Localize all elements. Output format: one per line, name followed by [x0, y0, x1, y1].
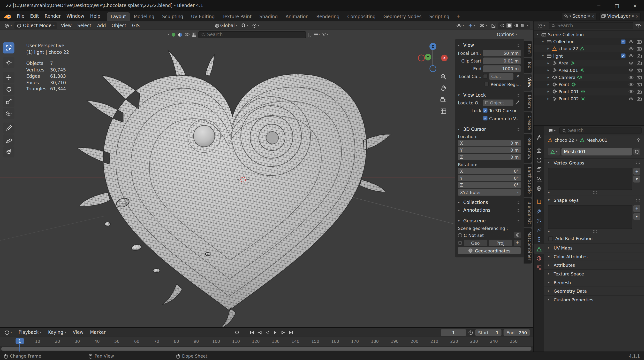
overlays-toggle-button[interactable]: ▾ — [478, 23, 489, 28]
outliner-row-scene-collection[interactable]: ▾Scene Collection — [534, 31, 644, 38]
properties-tab-object-data[interactable] — [534, 244, 544, 254]
lock-to-object-field[interactable]: Object — [483, 99, 514, 106]
shading-wireframe-button[interactable] — [500, 24, 504, 28]
clip-end-field[interactable]: 1000 m — [483, 65, 521, 72]
properties-search-input[interactable] — [568, 128, 638, 133]
hide-eye-icon[interactable] — [628, 47, 634, 50]
cursor-location-y-field[interactable]: Y0 m — [458, 147, 521, 153]
previous-keyframe-button[interactable] — [256, 329, 263, 335]
workspace-tab-modeling[interactable]: Modeling — [130, 12, 158, 21]
viewport-menu-add[interactable]: Add — [94, 22, 109, 29]
tool-cursor-button[interactable] — [3, 57, 14, 68]
filter-expand-icon[interactable]: ▸ — [548, 191, 550, 194]
chevron-down-icon[interactable]: ▾ — [168, 33, 169, 36]
panel-attributes-header[interactable]: ▸Attributes — [544, 261, 644, 269]
properties-tab-modifiers[interactable] — [534, 206, 544, 216]
workspace-tab-animation[interactable]: Animation — [282, 12, 312, 21]
xray-toggle-button[interactable] — [490, 23, 497, 28]
outliner-row-point[interactable]: ▸Point — [534, 81, 644, 88]
breadcrumb-data[interactable]: Mesh.001 — [586, 138, 608, 142]
render-visibility-camera-icon[interactable] — [636, 75, 642, 80]
viewlayer-selector[interactable]: ViewLayer ⧉ × — [599, 13, 640, 20]
render-visibility-camera-icon[interactable] — [636, 68, 642, 72]
workspace-tab-layout[interactable]: Layout — [107, 12, 130, 21]
disclosure-icon[interactable]: ▸ — [546, 83, 550, 86]
pin-icon[interactable] — [636, 138, 640, 142]
shading-material-button[interactable] — [514, 24, 518, 28]
timeline-ruler[interactable]: 1 10203040506070809010011012013014015016… — [0, 337, 533, 346]
jump-to-end-button[interactable] — [288, 329, 294, 335]
vertex-group-specials-button[interactable]: ▾ — [633, 176, 640, 183]
properties-search-field[interactable] — [559, 127, 641, 134]
filter-dropdown-button[interactable]: ▾ — [322, 33, 328, 37]
sidebar-tab-tool[interactable]: Tool — [524, 58, 532, 73]
camera-view-icon[interactable] — [440, 96, 447, 103]
hide-eye-icon[interactable] — [628, 61, 634, 65]
snap-toggle-button[interactable]: ▾ — [240, 23, 250, 28]
tool-transform-button[interactable] — [3, 108, 14, 119]
proj-radio[interactable] — [458, 241, 462, 245]
add-vertex-group-button[interactable]: + — [633, 168, 640, 175]
menu-file[interactable]: File — [14, 12, 27, 20]
material-sphere-icon[interactable] — [178, 32, 182, 37]
browse-mesh-button[interactable]: ▾ — [548, 148, 560, 156]
outliner-row-point-001[interactable]: ▸Point.001 — [534, 88, 644, 95]
properties-tab-particles[interactable] — [534, 216, 544, 225]
disclosure-icon[interactable]: ▸ — [546, 97, 550, 101]
render-visibility-camera-icon[interactable] — [636, 61, 642, 65]
shading-rendered-button[interactable] — [520, 24, 524, 28]
sidebar-tab-real-snow[interactable]: Real Snow — [524, 134, 532, 163]
crs-settings-button[interactable] — [514, 232, 521, 238]
disclosure-icon[interactable]: ▸ — [546, 90, 550, 93]
cursor-rotation-x-field[interactable]: X0° — [458, 168, 521, 174]
timeline-scrollbar[interactable] — [1, 347, 532, 350]
disclosure-icon[interactable]: ▸ — [546, 61, 550, 65]
tool-move-button[interactable] — [3, 72, 14, 83]
resize-grip-icon[interactable] — [593, 230, 597, 233]
panel-view-lock-header[interactable]: ▾ View Lock — [458, 91, 521, 99]
panel-view-header[interactable]: ▾ View — [458, 42, 521, 49]
panel-custom-properties-header[interactable]: ▸Custom Properties — [544, 295, 644, 304]
to-3d-cursor-checkbox[interactable]: ✓ — [483, 108, 488, 113]
add-rest-position-checkbox[interactable] — [548, 236, 553, 241]
panel-geoscene-header[interactable]: ▾ Geoscene — [458, 217, 521, 225]
workspace-tab-shading[interactable]: Shading — [256, 12, 282, 21]
eyedropper-icon[interactable] — [515, 100, 521, 105]
navigation-gizmo[interactable]: Z Y X — [417, 41, 448, 72]
render-visibility-camera-icon[interactable] — [636, 82, 642, 87]
outliner-row-light[interactable]: ▾light✓ — [534, 52, 644, 60]
disclosure-icon[interactable]: ▸ — [546, 68, 550, 72]
hide-eye-icon[interactable] — [628, 90, 634, 93]
minimize-button[interactable]: ─ — [590, 0, 608, 11]
properties-tab-view-layer[interactable] — [534, 165, 544, 174]
collection-checkbox[interactable]: ✓ — [621, 54, 626, 58]
cursor-rotation-y-field[interactable]: Y0° — [458, 175, 521, 181]
unlink-scene-icon[interactable]: × — [591, 14, 594, 19]
timeline-menu-playback[interactable]: Playback▾ — [16, 328, 44, 336]
basemap-sphere-icon[interactable] — [171, 32, 176, 37]
crs-radio[interactable] — [458, 233, 462, 237]
viewport-search-field[interactable] — [198, 31, 306, 38]
cursor-rotation-z-field[interactable]: Z0° — [458, 182, 521, 188]
timeline-editor-type-button[interactable]: ▾ — [3, 329, 14, 335]
properties-tab-tool[interactable] — [534, 133, 544, 142]
shape-key-specials-button[interactable]: ▾ — [633, 213, 640, 220]
disclosure-icon[interactable]: ▾ — [541, 54, 545, 58]
timeline-menu-marker[interactable]: Marker — [87, 328, 108, 336]
panel-uv-maps-header[interactable]: ▸UV Maps — [544, 243, 644, 252]
panel-texture-space-header[interactable]: ▸Texture Space — [544, 269, 644, 278]
object-visibility-dropdown[interactable]: ▾ — [455, 23, 466, 28]
shading-solid-button[interactable] — [506, 23, 512, 28]
outliner-row-point-002[interactable]: ▸Point.002 — [534, 95, 644, 103]
geo-coordinates-button[interactable]: Geo-coordinates — [458, 247, 521, 254]
menu-render[interactable]: Render — [42, 12, 64, 20]
tool-add-cube-button[interactable] — [3, 146, 14, 157]
tool-measure-button[interactable] — [3, 134, 14, 146]
panel-shape-keys-header[interactable]: ▾ Shape Keys — [544, 196, 644, 204]
clip-start-field[interactable]: 0.01 m — [483, 58, 521, 64]
mesh-object-heart[interactable] — [77, 50, 391, 327]
viewport-canvas[interactable] — [0, 30, 533, 327]
sidebar-tab-earth-studio[interactable]: Earth Studio — [524, 164, 532, 197]
render-visibility-camera-icon[interactable] — [636, 47, 642, 51]
properties-tab-physics[interactable] — [534, 225, 544, 235]
